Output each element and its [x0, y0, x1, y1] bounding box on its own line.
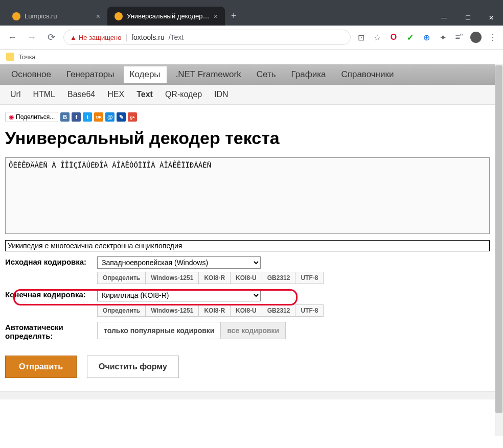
- scrollbar[interactable]: [495, 64, 503, 436]
- menu-main-0[interactable]: Основное: [5, 66, 57, 83]
- social-mail[interactable]: @: [105, 112, 115, 122]
- url-path: /Text: [169, 33, 184, 41]
- social-ok[interactable]: OK: [94, 112, 103, 122]
- menu-main-6[interactable]: Справочники: [335, 66, 400, 83]
- minimize-button[interactable]: —: [432, 10, 456, 26]
- src-koi8u-button[interactable]: KOI8-U: [231, 272, 262, 284]
- share-button[interactable]: ◉ Поделиться...: [5, 112, 58, 122]
- menu-sub-url[interactable]: Url: [5, 88, 26, 101]
- tgt-koi8r-button[interactable]: KOI8-R: [199, 304, 231, 317]
- tab-foxtools[interactable]: Универсальный декодер текста ×: [107, 7, 225, 26]
- omnibox[interactable]: ▲ Не защищено | foxtools.ru/Text: [63, 30, 351, 45]
- target-encoding-row: Конечная кодировка: Кириллица (KOI8-R) О…: [5, 289, 490, 317]
- close-window-button[interactable]: ✕: [479, 10, 503, 26]
- auto-detect-label: Автоматически определять:: [5, 322, 97, 340]
- browser-tabs: Lumpics.ru × Универсальный декодер текст…: [5, 7, 243, 26]
- mode-popular-button[interactable]: только популярные кодировки: [97, 322, 221, 339]
- menu-sub-idn[interactable]: IDN: [209, 88, 234, 101]
- tab-lumpics[interactable]: Lumpics.ru ×: [5, 7, 107, 26]
- globe-icon[interactable]: ⊕: [421, 32, 431, 42]
- tgt-utf8-button[interactable]: UTF-8: [295, 304, 324, 317]
- submit-button[interactable]: Отправить: [5, 356, 77, 378]
- warning-icon: ▲: [70, 34, 77, 41]
- favicon-icon: [115, 12, 123, 20]
- horizontal-scrollbar[interactable]: [0, 391, 495, 399]
- mode-all-button[interactable]: все кодировки: [221, 322, 286, 339]
- menu-icon[interactable]: ⋮: [488, 32, 498, 42]
- window-controls: — ☐ ✕: [432, 10, 503, 26]
- menu-main-4[interactable]: Сеть: [250, 66, 282, 83]
- browser-titlebar: Lumpics.ru × Универсальный декодер текст…: [0, 0, 503, 26]
- reading-list-icon[interactable]: ≡": [454, 32, 464, 42]
- source-encoding-buttons: Определить Windows-1251 KOI8-R KOI8-U GB…: [97, 272, 490, 284]
- sub-menu: Url HTML Base64 HEX Text QR-кодер IDN: [0, 85, 495, 105]
- favicon-icon: [12, 12, 20, 20]
- reload-button[interactable]: ⟳: [44, 30, 58, 44]
- menu-main-3[interactable]: .NET Framework: [170, 66, 247, 83]
- extensions-icon[interactable]: ✦: [438, 32, 448, 42]
- check-icon[interactable]: ✓: [405, 32, 415, 42]
- social-tw[interactable]: t: [83, 112, 92, 122]
- address-bar: ← → ⟳ ▲ Не защищено | foxtools.ru/Text ⊡…: [0, 26, 503, 50]
- target-encoding-select[interactable]: Кириллица (KOI8-R): [97, 289, 261, 301]
- target-encoding-buttons: Определить Windows-1251 KOI8-R KOI8-U GB…: [97, 304, 490, 317]
- form-actions: Отправить Очистить форму: [5, 356, 490, 384]
- menu-sub-text[interactable]: Text: [131, 88, 158, 101]
- menu-sub-hex[interactable]: HEX: [102, 88, 129, 101]
- new-tab-button[interactable]: +: [225, 7, 243, 26]
- menu-sub-qr[interactable]: QR-кодер: [160, 88, 207, 101]
- src-detect-button[interactable]: Определить: [97, 272, 146, 284]
- page-viewport: Основное Генераторы Кодеры .NET Framewor…: [0, 64, 503, 436]
- menu-main-2[interactable]: Кодеры: [124, 66, 167, 83]
- share-label: Поделиться...: [16, 113, 55, 121]
- target-encoding-label: Конечная кодировка:: [5, 289, 97, 299]
- avatar-icon[interactable]: [470, 32, 482, 43]
- insecure-label: Не защищено: [79, 34, 122, 41]
- social-gp[interactable]: g+: [128, 112, 137, 122]
- menu-main-1[interactable]: Генераторы: [60, 66, 121, 83]
- output-field[interactable]: Уикипедия е многоезична електронна енцик…: [5, 240, 490, 251]
- menu-sub-html[interactable]: HTML: [28, 88, 60, 101]
- menu-main-5[interactable]: Графика: [285, 66, 332, 83]
- main-menu: Основное Генераторы Кодеры .NET Framewor…: [0, 64, 495, 85]
- tgt-koi8u-button[interactable]: KOI8-U: [231, 304, 262, 317]
- social-lj[interactable]: ✎: [117, 112, 126, 122]
- star-icon[interactable]: ☆: [372, 32, 382, 42]
- auto-detect-row: Автоматически определять: только популяр…: [5, 322, 490, 340]
- page-title: Универсальный декодер текста: [5, 128, 490, 148]
- back-button[interactable]: ←: [5, 30, 19, 44]
- maximize-button[interactable]: ☐: [456, 10, 479, 26]
- megaphone-icon: ◉: [9, 113, 14, 121]
- tgt-win1251-button[interactable]: Windows-1251: [146, 304, 199, 317]
- tgt-detect-button[interactable]: Определить: [97, 304, 146, 317]
- opera-icon[interactable]: O: [388, 32, 399, 42]
- page-content: Основное Генераторы Кодеры .NET Framewor…: [0, 64, 503, 436]
- bookmarks-bar: Точка: [0, 50, 503, 64]
- folder-icon: [6, 53, 14, 61]
- src-win1251-button[interactable]: Windows-1251: [146, 272, 199, 284]
- input-textarea[interactable]: [5, 157, 490, 234]
- source-encoding-select[interactable]: Западноевропейская (Windows): [97, 256, 261, 269]
- url-domain: foxtools.ru: [131, 33, 165, 41]
- social-fb[interactable]: f: [72, 112, 81, 122]
- tgt-gb2312-button[interactable]: GB2312: [262, 304, 296, 317]
- close-icon[interactable]: ×: [214, 12, 218, 20]
- src-koi8r-button[interactable]: KOI8-R: [199, 272, 231, 284]
- source-encoding-label: Исходная кодировка:: [5, 256, 97, 266]
- tab-title: Lumpics.ru: [25, 12, 92, 20]
- toolbar-icons: ⊡ ☆ O ✓ ⊕ ✦ ≡" ⋮: [356, 32, 498, 43]
- bookmark-item[interactable]: Точка: [18, 53, 36, 61]
- menu-sub-base64[interactable]: Base64: [62, 88, 100, 101]
- social-vk[interactable]: B: [60, 112, 70, 122]
- content-area: ◉ Поделиться... B f t OK @ ✎ g+ Универса…: [0, 105, 495, 391]
- scrollbar-thumb[interactable]: [495, 65, 502, 413]
- tab-title: Универсальный декодер текста: [127, 12, 210, 20]
- insecure-warning: ▲ Не защищено: [70, 34, 121, 41]
- close-icon[interactable]: ×: [96, 12, 100, 20]
- src-utf8-button[interactable]: UTF-8: [295, 272, 324, 284]
- clear-button[interactable]: Очистить форму: [87, 356, 179, 378]
- src-gb2312-button[interactable]: GB2312: [262, 272, 296, 284]
- forward-button[interactable]: →: [25, 30, 39, 44]
- share-row: ◉ Поделиться... B f t OK @ ✎ g+: [5, 112, 490, 122]
- translate-icon[interactable]: ⊡: [356, 32, 366, 42]
